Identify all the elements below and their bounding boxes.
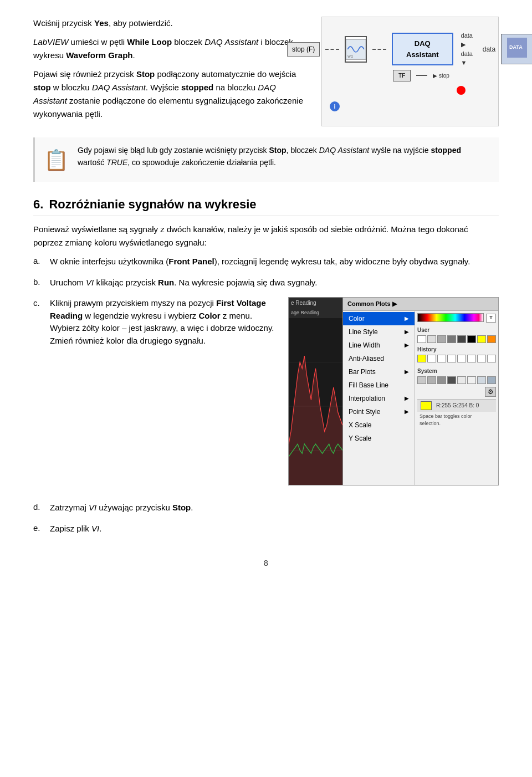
color-dgray[interactable] xyxy=(447,335,456,343)
sub-section-c: Kliknij prawym przyciskiem myszy na pozy… xyxy=(50,297,499,485)
list-item-a: a. W oknie interfejsu użytkownika (Front… xyxy=(33,255,499,268)
info-icon: i xyxy=(330,101,340,111)
top-text: Wciśnij przycisk Yes, aby potwierdzić. L… xyxy=(33,17,310,126)
history-color-1[interactable] xyxy=(417,355,426,362)
note-text: Gdy pojawi się błąd lub gdy zostanie wci… xyxy=(78,144,490,169)
color-xdgray[interactable] xyxy=(457,335,466,343)
svg-text:WG: WG xyxy=(347,55,353,58)
list-label-d: d. xyxy=(33,501,44,514)
menu-item-x-scale[interactable]: X Scale xyxy=(343,418,415,432)
history-color-6[interactable] xyxy=(467,355,476,362)
history-section-title: History xyxy=(417,345,496,354)
color-preview xyxy=(421,401,432,410)
sys-color-4[interactable] xyxy=(447,376,456,384)
stop-f-box: stop (F) xyxy=(287,42,320,57)
sys-color-6[interactable] xyxy=(467,376,476,384)
history-color-grid xyxy=(417,355,496,362)
history-color-4[interactable] xyxy=(447,355,456,362)
note-box: 📋 Gdy pojawi się błąd lub gdy zostanie w… xyxy=(33,137,499,182)
daq-diagram: stop (F) WG DAQ Assistant data ▶ data ▼ … xyxy=(328,31,493,112)
color-white[interactable] xyxy=(417,335,426,343)
history-color-5[interactable] xyxy=(457,355,466,362)
color-mgray[interactable] xyxy=(437,335,446,343)
sys-color-2[interactable] xyxy=(427,376,436,384)
sys-color-5[interactable] xyxy=(457,376,466,384)
waveform-icon: WG xyxy=(345,36,367,63)
chart-label-top: e Reading xyxy=(289,298,342,308)
color-bottom-bar: R:255 G:254 B: 0 xyxy=(417,399,496,412)
menu-items-list: Color ▶ Line Style ▶ Line Width ▶ Anti-A… xyxy=(343,311,415,485)
color-lgray[interactable] xyxy=(427,335,436,343)
list-content-e: Zapisz plik VI. xyxy=(50,522,499,535)
list-label-c: c. xyxy=(33,297,44,310)
context-menu-image: e Reading age Reading xyxy=(288,297,499,485)
list-content-b: Uruchom VI klikając przycisk Run. Na wyk… xyxy=(50,276,499,289)
list-item-b: b. Uruchom VI klikając przycisk Run. Na … xyxy=(33,276,499,289)
stop-indicator xyxy=(457,86,466,95)
waveform-chart: e Reading age Reading xyxy=(289,298,343,485)
t-button[interactable]: T xyxy=(486,314,496,323)
sub-c-text: Kliknij prawym przyciskiem myszy na pozy… xyxy=(50,297,277,485)
color-yellow[interactable] xyxy=(477,335,486,343)
rgb-text: R:255 G:254 B: 0 xyxy=(436,401,479,410)
section-heading: 6. Rozróżnianie sygnałów na wykresie xyxy=(33,195,499,216)
menu-item-interpolation[interactable]: Interpolation ▶ xyxy=(343,392,415,405)
para-yes: Wciśnij przycisk Yes, aby potwierdzić. xyxy=(33,17,310,30)
menu-item-point-style[interactable]: Point Style ▶ xyxy=(343,405,415,418)
para-stop: Pojawi się również przycisk Stop podłącz… xyxy=(33,68,310,121)
chart-label-2: age Reading xyxy=(289,308,342,318)
sys-color-8[interactable] xyxy=(487,376,496,384)
menu-title-common-plots: Common Plots ▶ xyxy=(343,298,498,311)
svg-text:DATA: DATA xyxy=(509,44,523,50)
system-color-grid: ⚙ xyxy=(417,376,496,397)
data-box: DATA xyxy=(501,34,532,64)
daq-assistant-box: DAQ Assistant xyxy=(392,33,453,65)
menu-item-bar-plots[interactable]: Bar Plots ▶ xyxy=(343,365,415,379)
para-labview: LabVIEW umieści w pętli While Loop blocz… xyxy=(33,35,310,62)
list-label-a: a. xyxy=(33,255,44,268)
list-item-d: d. Zatrzymaj VI używając przycisku Stop. xyxy=(33,501,499,514)
list-label-b: b. xyxy=(33,276,44,289)
context-menu-panel: Common Plots ▶ Color ▶ Line Style ▶ Line… xyxy=(343,298,498,485)
user-color-grid xyxy=(417,335,496,343)
color-orange[interactable] xyxy=(487,335,496,343)
sys-color-3[interactable] xyxy=(437,376,446,384)
system-section-title: System xyxy=(417,367,437,375)
intro-para: Ponieważ wyświetlane są sygnały z dwóch … xyxy=(33,223,499,249)
list-item-c: c. Kliknij prawym przyciskiem myszy na p… xyxy=(33,297,499,493)
daq-diagram-image: stop (F) WG DAQ Assistant data ▶ data ▼ … xyxy=(321,17,499,126)
hint-text: Space bar toggles color selection. xyxy=(417,412,496,429)
list-content-a: W oknie interfejsu użytkownika (Front Pa… xyxy=(50,255,499,268)
page-number: 8 xyxy=(33,558,499,569)
color-black[interactable] xyxy=(467,335,476,343)
section-title: Rozróżnianie sygnałów na wykresie xyxy=(49,197,256,211)
menu-item-line-width[interactable]: Line Width ▶ xyxy=(343,339,415,352)
note-icon: 📋 xyxy=(44,145,69,175)
list-item-e: e. Zapisz plik VI. xyxy=(33,522,499,535)
tf-box: TF xyxy=(393,70,411,81)
user-section-title: User xyxy=(417,326,496,334)
menu-item-anti-aliased[interactable]: Anti-Aliased xyxy=(343,352,415,365)
gear-icon[interactable]: ⚙ xyxy=(485,387,496,397)
top-section: Wciśnij przycisk Yes, aby potwierdzić. L… xyxy=(33,17,499,126)
menu-item-fill-base[interactable]: Fill Base Line xyxy=(343,379,415,392)
list-content-d: Zatrzymaj VI używając przycisku Stop. xyxy=(50,501,499,514)
sys-color-7[interactable] xyxy=(477,376,486,384)
data-label: data xyxy=(483,44,495,54)
list-label-e: e. xyxy=(33,522,44,535)
history-color-3[interactable] xyxy=(437,355,446,362)
sys-color-1[interactable] xyxy=(417,376,426,384)
color-picker-panel: T User xyxy=(415,311,498,485)
menu-item-y-scale[interactable]: Y Scale xyxy=(343,432,415,445)
history-color-8[interactable] xyxy=(487,355,496,362)
color-spectrum-bar[interactable] xyxy=(417,313,484,322)
history-color-2[interactable] xyxy=(427,355,436,362)
menu-item-color[interactable]: Color ▶ xyxy=(343,312,415,325)
section-number: 6. xyxy=(33,197,43,211)
history-color-7[interactable] xyxy=(477,355,486,362)
menu-item-line-style[interactable]: Line Style ▶ xyxy=(343,325,415,339)
